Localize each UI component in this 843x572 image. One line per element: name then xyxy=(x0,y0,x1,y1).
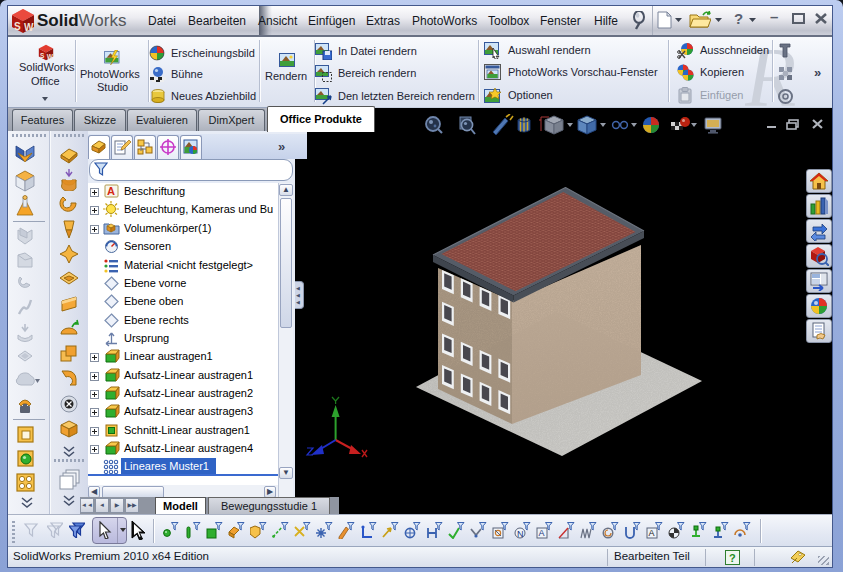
svg-text:A: A xyxy=(107,185,115,197)
svg-text:S: S xyxy=(40,52,45,59)
svg-text:N: N xyxy=(517,529,524,539)
svg-text:A: A xyxy=(539,528,545,538)
svg-text:A: A xyxy=(649,528,655,538)
svg-text:S: S xyxy=(14,21,21,32)
svg-text:W: W xyxy=(24,22,34,33)
svg-text:W: W xyxy=(47,53,54,60)
svg-text:?: ? xyxy=(729,552,736,564)
